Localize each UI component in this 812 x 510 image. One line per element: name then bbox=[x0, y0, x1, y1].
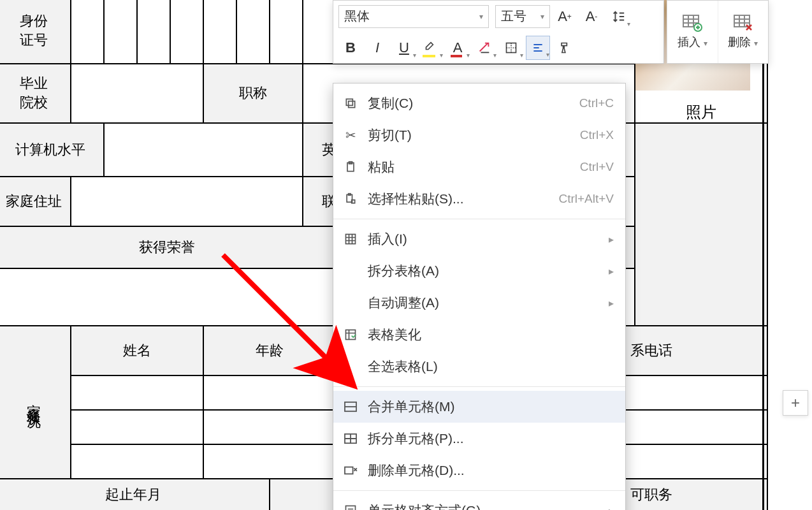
ctx-separator bbox=[333, 219, 625, 219]
ctx-insert[interactable]: 插入(I) ▸ bbox=[333, 223, 625, 255]
ctx-split-table[interactable]: 拆分表格(A) ▸ bbox=[333, 255, 625, 287]
font-size-select[interactable]: 五号▾ bbox=[495, 5, 550, 28]
ctx-separator bbox=[333, 490, 625, 491]
ctx-paste[interactable]: 粘贴 Ctrl+V bbox=[333, 151, 625, 183]
label-graduate-school: 毕业 院校 bbox=[0, 64, 71, 123]
ctx-autofit[interactable]: 自动调整(A) ▸ bbox=[333, 287, 625, 319]
label-computer-skill: 计算机水平 bbox=[0, 123, 104, 177]
label-home-address: 家庭住址 bbox=[0, 177, 71, 226]
ctx-copy[interactable]: 复制(C) Ctrl+C bbox=[333, 87, 625, 119]
chevron-right-icon: ▸ bbox=[609, 505, 614, 511]
table-delete-button[interactable]: 删除 ▾ bbox=[718, 1, 769, 63]
align-icon bbox=[342, 504, 359, 510]
delete-cells-icon bbox=[342, 465, 359, 476]
chevron-right-icon: ▸ bbox=[609, 265, 614, 277]
label-honors: 获得荣誉 bbox=[0, 226, 336, 268]
chevron-right-icon: ▸ bbox=[609, 297, 614, 309]
highlight-button[interactable]: ▾ bbox=[419, 36, 443, 60]
label-job-title: 职称 bbox=[203, 64, 303, 123]
copy-icon bbox=[342, 97, 359, 110]
merge-cells-icon bbox=[342, 401, 359, 412]
label-name: 姓名 bbox=[71, 326, 203, 375]
table-insert-icon bbox=[682, 14, 702, 32]
mini-format-toolbar: 黑体▾ 五号▾ A+ A- ▾ B I U▾ ▾ A ▾ ▾ bbox=[333, 0, 664, 64]
italic-button[interactable]: I bbox=[365, 36, 389, 60]
table-insert-delete-tools: 插入 ▾ 删除 ▾ bbox=[667, 0, 769, 64]
page-right-margin bbox=[762, 0, 764, 510]
font-color-button[interactable]: A ▾ bbox=[446, 36, 470, 60]
format-painter-button[interactable] bbox=[553, 36, 577, 60]
svg-rect-4 bbox=[349, 101, 355, 108]
add-column-button[interactable]: + bbox=[783, 390, 808, 416]
photo-label: 照片 bbox=[635, 91, 767, 122]
insert-icon bbox=[342, 233, 359, 245]
ctx-select-all[interactable]: 全选表格(L) bbox=[333, 351, 625, 382]
line-spacing-button[interactable]: ▾ bbox=[606, 4, 630, 29]
decrease-font-button[interactable]: A- bbox=[579, 4, 604, 29]
svg-rect-14 bbox=[345, 467, 353, 474]
beautify-icon bbox=[342, 328, 359, 341]
ctx-cut[interactable]: ✂ 剪切(T) Ctrl+X bbox=[333, 119, 625, 151]
svg-rect-5 bbox=[346, 99, 352, 105]
increase-font-button[interactable]: A+ bbox=[553, 4, 577, 29]
ctx-separator bbox=[333, 386, 625, 387]
bold-button[interactable]: B bbox=[338, 36, 363, 60]
context-menu: 复制(C) Ctrl+C ✂ 剪切(T) Ctrl+X 粘贴 Ctrl+V 选择… bbox=[333, 83, 626, 510]
clear-format-button[interactable]: ▾ bbox=[472, 36, 497, 60]
border-button[interactable]: ▾ bbox=[499, 36, 523, 60]
table-insert-button[interactable]: 插入 ▾ bbox=[667, 1, 718, 63]
label-id-number: 身份 证号 bbox=[0, 0, 71, 64]
chevron-down-icon: ▾ bbox=[540, 12, 544, 21]
cut-icon: ✂ bbox=[342, 127, 359, 143]
paste-icon bbox=[342, 161, 359, 173]
font-family-select[interactable]: 黑体▾ bbox=[338, 5, 489, 28]
ctx-merge-cells[interactable]: 合并单元格(M) bbox=[333, 391, 625, 423]
chevron-down-icon: ▾ bbox=[479, 12, 483, 21]
chevron-right-icon: ▸ bbox=[609, 233, 614, 245]
ctx-split-cells[interactable]: 拆分单元格(P)... bbox=[333, 423, 625, 455]
split-cells-icon bbox=[342, 433, 359, 444]
align-button[interactable]: ▾ bbox=[526, 36, 550, 60]
underline-button[interactable]: U▾ bbox=[392, 36, 416, 60]
ctx-delete-cells[interactable]: 删除单元格(D)... bbox=[333, 455, 625, 486]
label-period-partial: 起止年月 bbox=[0, 479, 270, 510]
svg-rect-10 bbox=[346, 235, 356, 244]
ctx-paste-special[interactable]: 选择性粘贴(S)... Ctrl+Alt+V bbox=[333, 183, 625, 215]
ctx-cell-align[interactable]: 单元格对齐方式(G) ▸ bbox=[333, 495, 625, 510]
label-age: 年龄 bbox=[203, 326, 336, 375]
label-family-status: 家庭状况 bbox=[0, 326, 71, 479]
ctx-beautify[interactable]: 表格美化 bbox=[333, 319, 625, 351]
svg-rect-11 bbox=[346, 330, 356, 340]
paste-special-icon bbox=[342, 193, 359, 205]
table-delete-icon bbox=[733, 14, 753, 32]
